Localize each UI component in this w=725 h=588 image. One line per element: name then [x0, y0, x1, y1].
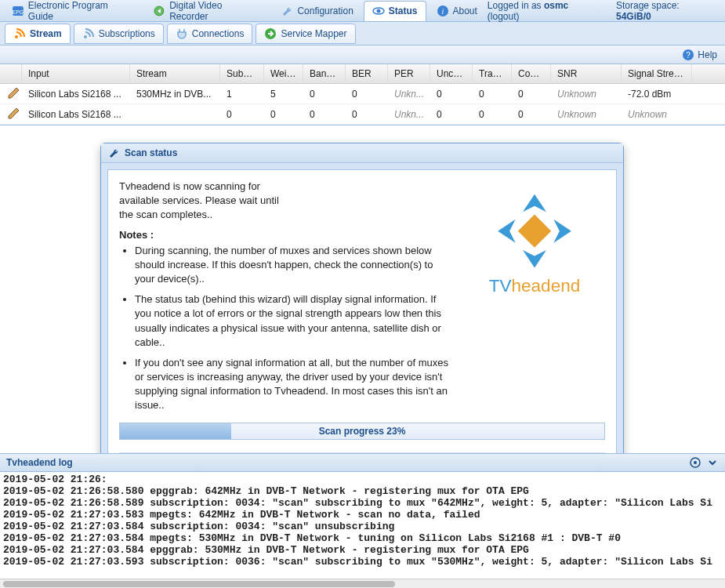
wrench-icon [107, 147, 120, 159]
scan-progress-bar: Scan progress 23% [119, 423, 605, 440]
tab-label: Electronic Program Guide [28, 0, 135, 22]
note-item: If you don't see any signal information … [135, 356, 448, 413]
storage-status: Storage space: 54GiB/0 [616, 0, 716, 22]
svg-point-20 [694, 461, 697, 464]
col-subs[interactable]: Subs ... [220, 64, 264, 83]
stream-grid: Input Stream Subs ... Weight Band... BER… [0, 64, 725, 125]
subtab-stream[interactable]: Stream [5, 24, 71, 44]
tab-status[interactable]: Status [364, 1, 426, 21]
username: osmc [544, 0, 568, 11]
subtab-service-mapper[interactable]: Service Mapper [256, 24, 355, 44]
dvr-icon [153, 5, 165, 17]
info-icon: i [437, 5, 449, 17]
tvheadend-logo: TVheadend [468, 180, 601, 299]
subtab-label: Stream [30, 28, 62, 39]
note-item: The status tab (behind this wizard) will… [135, 292, 448, 350]
tab-label: Status [389, 5, 418, 16]
plug-icon [176, 27, 188, 40]
wrench-icon [281, 5, 293, 17]
tuner-icon [6, 105, 22, 121]
storage-value: 54GiB/0 [616, 11, 651, 22]
svg-text:i: i [441, 7, 444, 16]
col-uncor[interactable]: Uncor... [430, 64, 473, 83]
tab-label: Digital Video Recorder [169, 0, 262, 22]
col-snr[interactable]: SNR [551, 64, 622, 83]
tab-about[interactable]: i About [428, 1, 486, 21]
col-trans[interactable]: Trans... [473, 64, 512, 83]
settings-icon[interactable] [689, 456, 701, 469]
svg-text:TVheadend: TVheadend [489, 276, 580, 296]
subtab-subscriptions[interactable]: Subscriptions [74, 24, 164, 44]
log-body[interactable]: 2019-05-02 21:26: 2019-05-02 21:26:58.58… [0, 472, 725, 579]
tab-configuration[interactable]: Configuration [272, 1, 361, 21]
col-signal[interactable]: Signal Strength [622, 64, 692, 83]
grid-row[interactable]: Silicon Labs Si2168 ... 0 0 0 0 Unkn... … [0, 104, 725, 125]
col-stream[interactable]: Stream [130, 64, 220, 83]
col-per[interactable]: PER [388, 64, 430, 83]
svg-point-8 [84, 35, 87, 38]
chevron-down-icon[interactable] [706, 456, 719, 469]
subtab-connections[interactable]: Connections [167, 24, 253, 44]
logout-link[interactable]: (logout) [488, 11, 520, 22]
scrollbar-thumb[interactable] [3, 581, 395, 587]
subtab-label: Connections [192, 28, 245, 39]
tab-label: Configuration [297, 5, 353, 16]
sub-tabs: Stream Subscriptions Connections Service… [0, 22, 725, 45]
svg-text:EPG: EPG [13, 9, 24, 15]
subtab-label: Subscriptions [99, 28, 155, 39]
svg-point-4 [376, 9, 380, 13]
eye-icon [372, 5, 385, 17]
logged-in-status: Logged in as osmc (logout) [488, 0, 607, 22]
epg-icon: EPG [12, 5, 24, 17]
arrow-right-icon [264, 27, 277, 40]
progress-label: Scan progress 23% [319, 426, 406, 437]
grid-row[interactable]: Silicon Labs Si2168 ... 530MHz in DVB...… [0, 84, 725, 104]
tab-dvr[interactable]: Digital Video Recorder [144, 1, 270, 21]
horizontal-scrollbar[interactable] [0, 579, 725, 588]
top-tabs: EPG Electronic Program Guide Digital Vid… [0, 0, 725, 22]
col-ber[interactable]: BER [346, 64, 388, 83]
tab-label: About [453, 5, 477, 16]
scan-intro: Tvheadend is now scanning for available … [119, 180, 292, 223]
stream-icon [13, 27, 26, 40]
dialog-title: Scan status [125, 147, 177, 158]
svg-text:?: ? [687, 51, 691, 60]
subtab-label: Service Mapper [281, 28, 346, 39]
tuner-icon [6, 85, 22, 100]
svg-rect-12 [518, 214, 551, 247]
col-input[interactable]: Input [22, 64, 130, 83]
progress-fill [120, 423, 231, 439]
subscriptions-icon [82, 27, 95, 40]
note-item: During scanning, the number of muxes and… [135, 244, 448, 287]
top-right-status: Logged in as osmc (logout) Storage space… [488, 0, 725, 22]
col-weight[interactable]: Weight [264, 64, 303, 83]
svg-point-7 [15, 35, 18, 38]
help-button[interactable]: ? Help [682, 49, 717, 61]
help-bar: ? Help [0, 45, 725, 64]
help-icon: ? [682, 49, 694, 61]
dialog-title-bar[interactable]: Scan status [101, 143, 623, 163]
log-title: Tvheadend log [6, 457, 73, 468]
col-band[interactable]: Band... [303, 64, 346, 83]
notes-label: Notes : [119, 229, 292, 241]
tab-epg[interactable]: EPG Electronic Program Guide [3, 1, 143, 21]
grid-header: Input Stream Subs ... Weight Band... BER… [0, 64, 725, 84]
log-header[interactable]: Tvheadend log [0, 453, 725, 472]
col-conti[interactable]: Conti... [512, 64, 551, 83]
